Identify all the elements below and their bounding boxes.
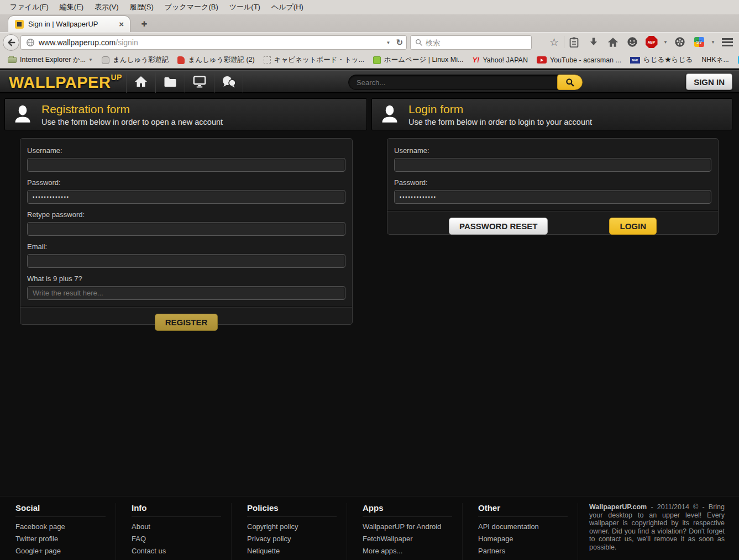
translator-dropdown-icon[interactable]: ▼	[709, 32, 717, 52]
url-path: /signin	[116, 38, 138, 47]
person-icon	[380, 104, 400, 124]
bookmark-item[interactable]: まんしゅう彩遊記	[97, 54, 173, 67]
footer-link[interactable]: More apps...	[363, 545, 452, 557]
menu-view[interactable]: 表示(V)	[89, 1, 124, 14]
footer-link[interactable]: Contact us	[132, 545, 221, 557]
bookmark-youtube[interactable]: YouTube - acarsman ...	[532, 54, 626, 67]
browser-tab[interactable]: Sign in | WallpaperUP ×	[8, 15, 130, 32]
footer-link[interactable]: API documentation	[478, 521, 568, 533]
footer-link[interactable]: Homepage	[478, 533, 568, 545]
menu-help[interactable]: ヘルプ(H)	[266, 1, 309, 14]
chat-smiley-icon[interactable]	[622, 32, 642, 52]
reg-password-input[interactable]	[27, 190, 345, 204]
video-helper-icon[interactable]	[670, 32, 689, 52]
adblock-icon[interactable]: ABP	[642, 32, 661, 52]
browser-search-box[interactable]	[410, 35, 532, 50]
globe-icon	[26, 38, 35, 47]
reg-username-input[interactable]	[27, 158, 345, 172]
site-search-button[interactable]	[557, 75, 583, 90]
bookmark-label: NHKネ...	[701, 55, 729, 65]
login-section-header: Login form Use the form below in order t…	[371, 98, 732, 130]
bookmark-item[interactable]: キャビネットボード・トッ...	[259, 54, 369, 67]
footer-column-title: Info	[132, 503, 221, 517]
new-tab-button[interactable]: ✚	[137, 18, 151, 30]
back-arrow-icon	[6, 38, 16, 47]
bookmark-label: Yahoo! JAPAN	[483, 56, 528, 64]
site-logo[interactable]: WALLPAPERUP	[9, 73, 122, 92]
login-button[interactable]: LOGIN	[609, 218, 657, 235]
site-search-input[interactable]	[357, 75, 539, 89]
folder-icon	[8, 57, 17, 63]
bookmark-folder-ie[interactable]: Internet Explorer か... ▼	[3, 54, 97, 67]
footer-link[interactable]: FAQ	[132, 533, 221, 545]
chevron-down-icon: ▼	[88, 57, 93, 62]
bookmark-item[interactable]: ホームページ | Linux Mi...	[369, 54, 468, 67]
menu-edit[interactable]: 編集(E)	[54, 1, 89, 14]
site-footer: Social Facebook page Twitter profile Goo…	[0, 496, 739, 560]
yahoo-icon: Y!	[472, 56, 479, 64]
footer-link[interactable]: Netiquette	[247, 545, 337, 557]
signin-button[interactable]: SIGN IN	[686, 73, 732, 90]
reg-retype-password-input[interactable]	[27, 222, 345, 236]
reg-captcha-input[interactable]	[27, 286, 345, 300]
footer-link[interactable]: Partners	[478, 545, 568, 557]
translator-icon[interactable]: S3	[689, 32, 709, 52]
reg-email-input[interactable]	[27, 254, 345, 268]
menu-hamburger-icon[interactable]	[717, 32, 737, 52]
footer-link[interactable]: Copyright policy	[247, 521, 337, 533]
register-button[interactable]: REGISTER	[155, 314, 218, 331]
menu-tools[interactable]: ツール(T)	[224, 1, 266, 14]
login-subtitle: Use the form below in order to login to …	[408, 118, 592, 126]
password-reset-button[interactable]: PASSWORD RESET	[449, 218, 548, 235]
footer-link[interactable]: About	[132, 521, 221, 533]
registration-form: Username: Password: Retype password: Ema…	[20, 138, 353, 325]
bookmark-label: まんしゅう彩遊記	[113, 55, 169, 65]
bookmark-item[interactable]: まんしゅう彩遊記 (2)	[173, 54, 259, 67]
adblock-dropdown-icon[interactable]: ▼	[661, 32, 670, 52]
site-header: WALLPAPERUP	[0, 70, 739, 93]
footer-link[interactable]: WallpaperUP for Android	[363, 521, 452, 533]
tab-close-icon[interactable]: ×	[117, 19, 125, 29]
field-label: Password:	[27, 178, 345, 187]
nav-desktop-button[interactable]	[185, 71, 214, 93]
login-form: Username: Password: PASSWORD RESET LOGIN	[387, 138, 719, 235]
site-search-box	[348, 75, 583, 90]
footer-link[interactable]: Privacy policy	[247, 533, 337, 545]
menu-file[interactable]: ファイル(F)	[4, 1, 54, 14]
footer-link[interactable]: Facebook page	[15, 521, 106, 533]
url-dropdown-icon[interactable]: ▼	[386, 40, 391, 45]
bookmark-radiko[interactable]: r radiko.jp	[733, 54, 739, 67]
toolbar-icons: ☆ ABP ▼	[544, 32, 737, 52]
bookmark-label: Internet Explorer か...	[20, 55, 86, 65]
bookmark-star-icon[interactable]: ☆	[544, 32, 564, 52]
footer-column-title: Other	[478, 503, 568, 517]
screen: ファイル(F) 編集(E) 表示(V) 履歴(S) ブックマーク(B) ツール(…	[0, 0, 739, 560]
login-password-input[interactable]	[394, 190, 711, 204]
tab-title: Sign in | WallpaperUP	[28, 20, 117, 28]
reading-list-icon[interactable]	[564, 32, 584, 52]
field-label: Username:	[27, 146, 345, 155]
nav-chat-button[interactable]	[214, 71, 243, 93]
downloads-icon[interactable]	[584, 32, 603, 52]
url-bar[interactable]: www.wallpaperup.com /signin ▼ ↻	[20, 35, 407, 50]
menu-bookmarks[interactable]: ブックマーク(B)	[159, 1, 224, 14]
footer-link[interactable]: Twitter profile	[15, 533, 106, 545]
footer-column-info: Info About FAQ Contact us	[116, 503, 231, 560]
footer-link[interactable]: FetchWallpaper	[363, 533, 452, 545]
menu-history[interactable]: 履歴(S)	[124, 1, 159, 14]
footer-link[interactable]: Google+ page	[15, 545, 106, 557]
home-icon[interactable]	[603, 32, 622, 52]
bookmark-yahoo[interactable]: Y! Yahoo! JAPAN	[468, 54, 532, 67]
footer-about-text: WallpaperUP.com - 2011/2014 © - Bring yo…	[589, 503, 725, 551]
nav-categories-button[interactable]	[155, 71, 185, 93]
nav-home-button[interactable]	[126, 71, 155, 93]
login-username-input[interactable]	[394, 158, 711, 172]
search-icon	[565, 78, 575, 87]
folder-icon	[164, 77, 177, 87]
bookmark-item[interactable]: NHKネ...	[697, 54, 733, 67]
browser-search-input[interactable]	[426, 39, 509, 47]
back-button[interactable]	[3, 34, 19, 51]
bookmark-nhk-radio[interactable]: NHK らじる★らじる	[626, 54, 697, 67]
reload-icon[interactable]: ↻	[396, 38, 403, 47]
monitor-icon	[193, 76, 206, 88]
